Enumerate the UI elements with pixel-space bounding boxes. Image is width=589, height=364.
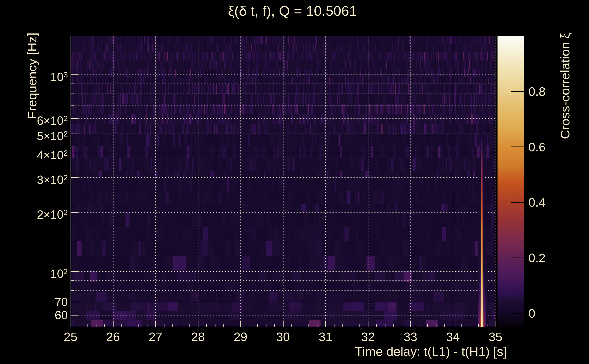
x-tick-label: 35 xyxy=(477,329,514,344)
x-tick-label: 30 xyxy=(265,329,301,344)
colorbar-tick-mark xyxy=(511,147,524,147)
heatmap-canvas xyxy=(71,36,496,327)
y-tick-label: 102 xyxy=(14,265,68,280)
x-tick-label: 27 xyxy=(137,329,174,344)
colorbar-tick-label: 0.6 xyxy=(529,140,545,154)
colorbar-tick-mark xyxy=(511,313,524,314)
y-tick-label: 5×102 xyxy=(14,127,68,143)
colorbar-tick-mark xyxy=(511,91,524,92)
colorbar xyxy=(497,36,524,327)
x-tick-label: 26 xyxy=(95,329,131,344)
x-tick-label: 34 xyxy=(435,329,471,344)
x-axis-label: Time delay: t(L1) - t(H1) [s] xyxy=(294,344,567,359)
x-tick-label: 25 xyxy=(52,329,89,344)
y-tick-label: 103 xyxy=(14,68,68,84)
y-tick-label: 4×102 xyxy=(14,146,68,162)
x-tick-label: 33 xyxy=(392,329,429,344)
x-tick-label: 28 xyxy=(180,329,216,344)
y-tick-label: 3×102 xyxy=(14,171,68,187)
colorbar-tick-label: 0.4 xyxy=(529,195,545,209)
colorbar-tick-mark xyxy=(511,202,524,203)
colorbar-tick-label: 0 xyxy=(529,306,535,321)
y-tick-label: 6×102 xyxy=(14,111,68,127)
y-tick-label: 70 xyxy=(14,295,68,309)
y-tick-label: 2×102 xyxy=(14,205,68,221)
colorbar-label: Cross-correlation ξ xyxy=(558,22,572,150)
plot-title: ξ(δ t, f), Q = 10.5061 xyxy=(91,2,494,20)
colorbar-tick-label: 0.2 xyxy=(529,250,545,265)
x-tick-label: 29 xyxy=(222,329,259,344)
x-tick-label: 32 xyxy=(350,329,386,344)
y-tick-label: 60 xyxy=(14,308,68,322)
colorbar-tick-label: 0.8 xyxy=(529,84,545,99)
colorbar-tick-mark xyxy=(511,258,524,258)
x-tick-label: 31 xyxy=(307,329,344,344)
figure: ξ(δ t, f), Q = 10.5061 Frequency [Hz] Ti… xyxy=(0,0,589,364)
